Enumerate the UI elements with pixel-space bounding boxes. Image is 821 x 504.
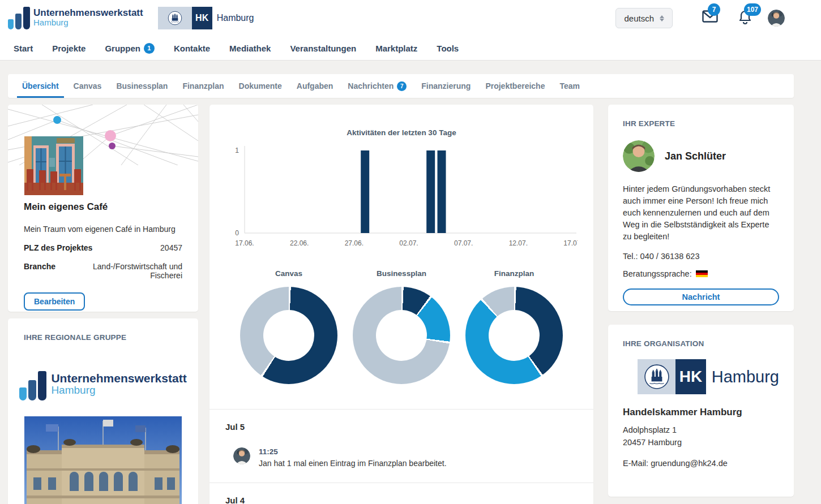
svg-text:17.07.: 17.07. [563,239,578,247]
timeline-entry: 11:25 Jan hat 1 mal einen Eintrag im Fin… [225,447,578,468]
svg-text:27.06.: 27.06. [345,239,364,247]
messages-button[interactable]: 7 [702,10,718,26]
group-logo-line1: Unternehmenswerkstatt [51,372,186,385]
expert-language-label: Beratungssprache: [623,269,692,278]
timeline-entry-text: Jan hat 1 mal einen Eintrag im Finanzpla… [259,459,447,468]
branche-label: Branche [24,262,55,280]
user-avatar[interactable] [768,10,785,27]
donut-chart [353,287,450,384]
project-card: Mein eigenes Café Mein Traum vom eigenen… [8,105,198,312]
branche-value: Land-/Forstwirtschaft und Fischerei [61,262,182,280]
nav-item-projekte[interactable]: Projekte [52,44,85,53]
nachrichten-count-badge: 7 [397,81,407,91]
expert-phone: Tel.: 040 / 36138 623 [623,252,779,261]
activity-timeline: Jul 5 11:25 Jan hat 1 mal einen Eintrag … [225,409,578,504]
svg-text:12.07.: 12.07. [509,239,528,247]
finanzplan-donut-title: Finanzplan [465,269,563,278]
timeline-date: Jul 4 [225,496,578,504]
timeline-entry-time: 11:25 [259,447,447,456]
organisation-card: IHRE ORGANISATION HK Hamburg Handelskamm… [608,325,794,497]
timeline-date: Jul 5 [225,422,578,432]
app-logo[interactable]: Unternehmenswerkstatt Hamburg [8,7,143,29]
expert-avatar [623,140,655,172]
tab-uebersicht[interactable]: Übersicht [17,74,64,98]
tab-team[interactable]: Team [554,74,585,98]
group-card-heading: IHRE REGIONALE GRUPPE [24,333,182,342]
donut-chart [240,287,337,384]
org-card-heading: IHRE ORGANISATION [623,339,779,348]
group-logo: Unternehmenswerkstatt Hamburg [24,371,182,400]
canvas-donut-title: Canvas [240,269,337,278]
tab-canvas[interactable]: Canvas [69,74,107,98]
partner-logo: HK Hamburg [158,7,254,29]
chevron-updown-icon [660,15,664,21]
nav-item-tools[interactable]: Tools [437,44,459,53]
expert-card: IHR EXPERTE Jan Schlüter Hinter jedem Gr… [608,105,794,311]
org-address-line1: Adolphsplatz 1 [623,424,779,436]
canvas-donut-box: Canvas [240,269,337,384]
tab-businessplan[interactable]: Businessplan [111,74,173,98]
app-logo-icon [8,7,30,29]
finanzplan-donut-box: Finanzplan [465,269,563,384]
messages-count-badge: 7 [708,3,720,16]
project-branche-row: Branche Land-/Forstwirtschaft und Fische… [24,262,182,280]
plz-label: PLZ des Projektes [24,243,92,252]
donut-chart [465,287,563,384]
plz-value: 20457 [160,243,182,252]
org-logo-abbr: HK [675,359,705,394]
svg-text:02.07.: 02.07. [399,239,418,247]
regional-group-card: IHRE REGIONALE GRUPPE Unternehmenswerkst… [8,318,198,504]
message-expert-button[interactable]: Nachricht [623,288,779,305]
nav-item-kontakte[interactable]: Kontakte [174,44,210,53]
partner-logo-abbr: HK [192,7,212,29]
group-photo [24,416,182,504]
tab-dokumente[interactable]: Dokumente [234,74,287,98]
project-tabbar: Übersicht Canvas Businessplan Finanzplan… [8,74,794,98]
org-address-line2: 20457 Hamburg [623,436,779,449]
main-nav: Start Projekte Gruppen1 Kontakte Mediath… [0,36,821,60]
app-logo-line1: Unternehmenswerkstatt [33,8,143,18]
partner-logo-name: Hamburg [212,13,254,23]
top-header: Unternehmenswerkstatt Hamburg HK Hamburg… [0,0,821,61]
project-plz-row: PLZ des Projektes 20457 [24,243,182,252]
language-selector-value: deutsch [624,14,654,23]
timeline-group: Jul 4 [209,483,593,504]
org-logo-name: Hamburg [706,368,779,386]
hk-emblem-icon [638,359,675,394]
edit-project-button[interactable]: Bearbeiten [24,292,85,311]
expert-bio: Hinter jedem Gründungsvorhaben steckt au… [623,183,779,243]
tab-nachrichten[interactable]: Nachrichten7 [343,74,412,98]
main-content: Übersicht Canvas Businessplan Finanzplan… [0,61,821,504]
activity-card: Aktivitäten der letzten 30 Tage 1017.06.… [209,105,593,504]
hk-emblem-icon [158,7,192,29]
tab-finanzplan[interactable]: Finanzplan [177,74,229,98]
svg-text:0: 0 [235,229,239,237]
german-flag-icon [696,270,708,278]
group-logo-line2: Hamburg [51,385,186,396]
nav-item-mediathek[interactable]: Mediathek [229,44,271,53]
activity-chart-title: Aktivitäten der letzten 30 Tage [225,128,578,137]
project-image [24,136,83,195]
nav-item-veranstaltungen[interactable]: Veranstaltungen [290,44,356,53]
org-logo: HK Hamburg [638,359,779,394]
svg-text:07.07.: 07.07. [454,239,473,247]
activity-bar-chart: 1017.06.22.06.27.06.02.07.07.07.12.07.17… [225,141,578,249]
nav-item-marktplatz[interactable]: Marktplatz [375,44,417,53]
nav-item-start[interactable]: Start [14,44,33,53]
tab-aufgaben[interactable]: Aufgaben [292,74,339,98]
progress-donuts: Canvas Businessplan Finanzplan [225,269,578,384]
tab-finanzierung[interactable]: Finanzierung [416,74,476,98]
tab-projektbereiche[interactable]: Projektbereiche [480,74,550,98]
language-selector[interactable]: deutsch [615,8,673,28]
svg-text:1: 1 [235,147,239,154]
expert-card-heading: IHR EXPERTE [623,119,779,128]
notifications-count-badge: 107 [744,3,761,16]
group-logo-icon [19,371,46,400]
nav-item-gruppen[interactable]: Gruppen1 [105,43,155,54]
org-address: Adolphsplatz 1 20457 Hamburg [623,424,779,449]
org-name: Handelskammer Hamburg [623,407,779,418]
expert-name: Jan Schlüter [665,150,726,162]
svg-text:17.06.: 17.06. [235,239,254,247]
notifications-button[interactable]: 107 [738,10,754,26]
org-email: E-Mail: gruendung@hk24.de [623,459,779,468]
